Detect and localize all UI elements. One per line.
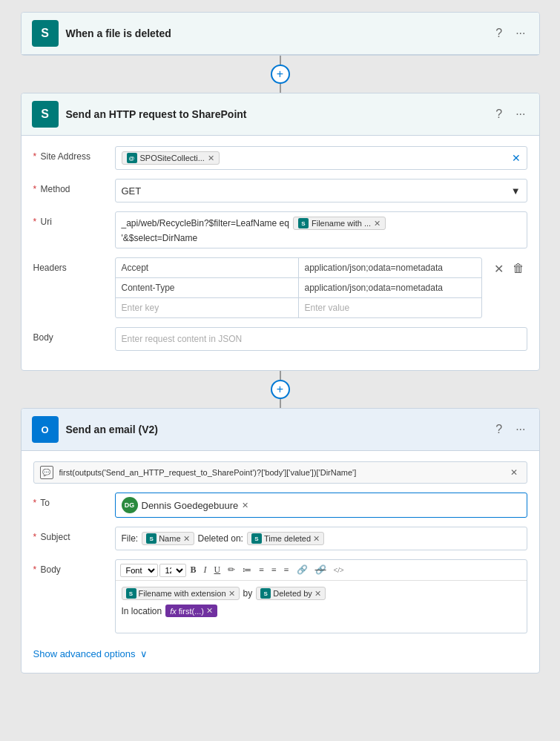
trigger-more-button[interactable]: ··· [513,25,528,42]
body-deletedby-text: Deleted by [273,589,312,598]
unlink-button[interactable]: 🔗 [312,563,329,577]
trigger-header: S When a file is deleted ? ··· [22,13,539,55]
body-by-text: by [243,588,253,599]
fx-token-remove[interactable]: ✕ [206,606,213,616]
body-input-http[interactable]: Enter request content in JSON [115,327,527,351]
add-step-button-2[interactable]: + [271,380,290,399]
body-token-deletedby: S Deleted by ✕ [256,587,326,600]
body-email-control: Font 12 B I U ✏ ≔ ≡ ≡ ≡ [115,559,527,633]
trigger-title: When a file is deleted [66,27,493,39]
fx-text: first(...) [179,607,204,616]
subject-token-2-remove[interactable]: ✕ [313,534,320,544]
header-value-2: application/json;odata=nometadata [299,278,481,297]
trigger-card: S When a file is deleted ? ··· [21,12,540,56]
subject-token-time: S Time deleted ✕ [247,532,324,545]
body-email-row: * Body Font 12 B I [33,559,527,633]
add-step-button-1[interactable]: + [271,65,290,84]
link-button[interactable]: 🔗 [294,563,311,577]
body-token-filename: S Filename with extension ✕ [122,587,240,600]
body-token-icon-1: S [126,588,136,599]
to-row: * To DG Dennis Goedegebuure ✕ [33,493,527,518]
body-email-label: * Body [33,559,108,575]
body-content: S Filename with extension ✕ by S Deleted… [116,581,527,633]
ordered-list-button[interactable]: ≡ [256,563,267,577]
header-row-empty: Enter key Enter value [116,298,481,317]
email-card: O Send an email (V2) ? ··· 💬 first(outpu… [21,408,540,674]
formula-close-btn[interactable]: ✕ [507,466,521,479]
uri-row: * Uri _api/web/RecycleBin?$filter=LeafNa… [33,211,527,248]
show-advanced-label: Show advanced options [33,648,136,659]
uri-token-text: Filename with ... [312,219,371,228]
body-token-1-remove[interactable]: ✕ [228,589,235,599]
required-star-body: * [33,564,37,575]
header-value-empty[interactable]: Enter value [299,298,481,317]
to-person-pill: DG Dennis Goedegebuure ✕ [122,497,249,513]
subject-file-label: File: [122,533,139,544]
site-address-control: @ SPOSiteCollecti... ✕ ✕ [115,146,527,170]
question-icon-email: ? [495,423,502,435]
chevron-down-advanced: ∨ [140,648,148,659]
subject-control: File: S Name ✕ Deleted on: S Time delete… [115,527,527,550]
plus-icon-2: + [277,383,283,396]
bullet-list-button[interactable]: ≔ [240,563,254,577]
pencil-button[interactable]: ✏ [225,563,238,577]
headers-delete-button[interactable]: ✕ [491,260,507,277]
required-star-to: * [33,498,37,508]
to-input[interactable]: DG Dennis Goedegebuure ✕ [115,493,527,518]
header-row-2: Content-Type application/json;odata=nome… [116,278,481,298]
subject-token-icon-1: S [146,533,157,544]
email-header: O Send an email (V2) ? ··· [22,409,539,451]
code-button[interactable]: </> [331,564,347,576]
to-avatar: DG [122,497,138,513]
clear-site-btn[interactable]: ✕ [512,152,521,164]
token-remove-uri[interactable]: ✕ [374,219,381,228]
subject-time-text: Time deleted [264,534,311,543]
email-more-button[interactable]: ··· [513,421,528,438]
http-header: S Send an HTTP request to SharePoint ? ·… [22,93,539,136]
http-more-button[interactable]: ··· [513,106,528,122]
underline-button[interactable]: U [211,563,224,577]
show-advanced-options[interactable]: Show advanced options ∨ [33,642,527,662]
body-label-http: Body [33,327,108,343]
body-editor: Font 12 B I U ✏ ≔ ≡ ≡ ≡ [115,559,527,633]
body-fx-token: fx first(...) ✕ [165,605,217,617]
headers-actions: ✕ 🗑 [491,257,527,277]
subject-name-text: Name [159,534,180,543]
uri-filename-token: S Filename with ... ✕ [293,217,386,230]
headers-row: Headers Accept application/json;odata=no… [33,257,527,318]
site-address-token: @ SPOSiteCollecti... ✕ [122,151,220,165]
size-select[interactable]: 12 [159,564,186,577]
subject-token-1-remove[interactable]: ✕ [183,534,190,544]
italic-button[interactable]: I [201,563,210,577]
body-token-2-remove[interactable]: ✕ [314,589,321,599]
align-left-button[interactable]: ≡ [269,563,280,577]
uri-input[interactable]: _api/web/RecycleBin?$filter=LeafName eq … [115,211,527,248]
site-address-row: * Site Address @ SPOSiteCollecti... ✕ ✕ [33,146,527,170]
email-help-button[interactable]: ? [493,421,505,438]
uri-label: * Uri [33,211,108,227]
site-address-token-text: SPOSiteCollecti... [140,154,205,162]
http-actions: ? ··· [493,106,528,122]
trigger-help-button[interactable]: ? [493,25,505,42]
question-icon: ? [495,27,502,39]
formula-icon: 💬 [40,466,53,479]
body-line-2: In location fx first(...) ✕ [122,605,521,617]
site-address-input[interactable]: @ SPOSiteCollecti... ✕ ✕ [115,146,527,170]
question-icon-http: ? [495,108,502,120]
to-remove-btn[interactable]: ✕ [242,501,248,510]
bold-button[interactable]: B [188,563,200,577]
http-help-button[interactable]: ? [493,106,505,122]
trigger-icon: S [32,20,59,47]
email-title: Send an email (V2) [66,424,493,435]
method-select[interactable]: GET ▼ [115,179,527,202]
subject-input[interactable]: File: S Name ✕ Deleted on: S Time delete… [115,527,527,550]
http-icon: S [32,101,59,128]
header-row-1: Accept application/json;odata=nometadata [116,258,481,278]
header-key-empty[interactable]: Enter key [116,298,299,317]
connector-2: + [280,371,281,408]
font-select[interactable]: Font [120,564,158,577]
headers-copy-button[interactable]: 🗑 [510,260,527,277]
align-right-button[interactable]: ≡ [281,563,292,577]
uri-line-2: '&$select=DirName [122,233,521,243]
token-remove-site[interactable]: ✕ [208,154,214,163]
